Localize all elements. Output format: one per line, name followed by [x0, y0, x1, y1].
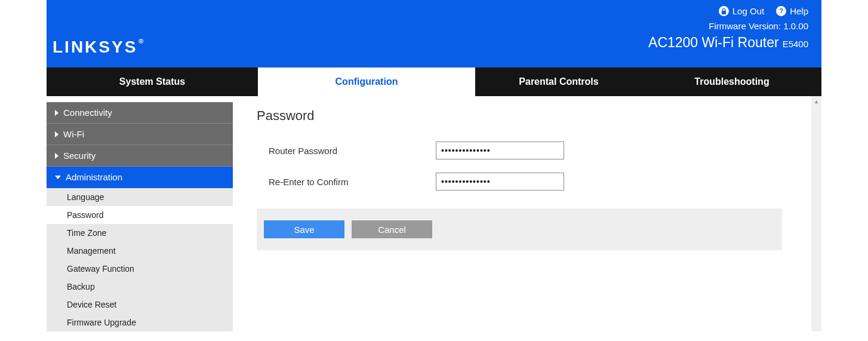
question-icon: ? — [776, 6, 786, 16]
sidebar-item-label: Administration — [66, 172, 122, 182]
sidebar-sub-management[interactable]: Management — [47, 242, 233, 260]
chevron-down-icon — [55, 176, 61, 179]
sidebar-sub-backup[interactable]: Backup — [47, 278, 233, 296]
row-router-password: Router Password — [257, 142, 792, 159]
chevron-right-icon — [55, 131, 59, 137]
sidebar-item-wifi[interactable]: Wi-Fi — [47, 124, 233, 145]
cancel-button[interactable]: Cancel — [352, 220, 432, 238]
sidebar-item-label: Wi-Fi — [63, 129, 84, 139]
save-button[interactable]: Save — [264, 220, 344, 238]
product-name: AC1200 Wi-Fi RouterE5400 — [47, 31, 821, 51]
header: Log Out ? Help Firmware Version: 1.0.00 … — [47, 0, 821, 67]
sidebar-sub-language[interactable]: Language — [47, 188, 233, 206]
sidebar-sub-device-reset[interactable]: Device Reset — [47, 296, 233, 314]
confirm-password-input[interactable] — [436, 173, 564, 191]
firmware-version: Firmware Version: 1.0.00 — [47, 16, 821, 31]
main-content: ▴ Password Router Password Re-Enter to C… — [233, 96, 821, 331]
sidebar-item-security[interactable]: Security — [47, 145, 233, 167]
row-confirm-password: Re-Enter to Confirm — [257, 173, 792, 191]
router-password-input[interactable] — [436, 142, 564, 159]
sidebar-sub-gateway[interactable]: Gateway Function — [47, 260, 233, 278]
sidebar-item-connectivity[interactable]: Connectivity — [47, 102, 233, 124]
sidebar-sub-firmware-upgrade[interactable]: Firmware Upgrade — [47, 314, 233, 331]
sidebar: Connectivity Wi-Fi Security Administrati… — [47, 96, 233, 331]
logout-link[interactable]: Log Out — [719, 6, 764, 16]
sidebar-sub-timezone[interactable]: Time Zone — [47, 224, 233, 242]
page-title: Password — [257, 108, 792, 124]
help-label: Help — [790, 6, 808, 16]
tab-troubleshooting[interactable]: Troubleshooting — [642, 67, 821, 96]
sidebar-sub-password[interactable]: Password — [47, 206, 233, 224]
scroll-up-icon[interactable]: ▴ — [811, 96, 821, 106]
chevron-right-icon — [55, 110, 59, 116]
scrollbar[interactable]: ▴ — [811, 96, 821, 331]
confirm-password-label: Re-Enter to Confirm — [269, 177, 436, 187]
tab-system-status[interactable]: System Status — [47, 67, 258, 96]
tab-parental-controls[interactable]: Parental Controls — [475, 67, 642, 96]
logout-label: Log Out — [732, 6, 764, 16]
button-bar: SaveCancel — [257, 208, 782, 250]
sidebar-item-administration[interactable]: Administration — [47, 167, 233, 188]
sidebar-item-label: Connectivity — [63, 107, 112, 118]
chevron-right-icon — [55, 153, 59, 159]
brand-logo: LINKSYS® — [53, 38, 143, 57]
tab-configuration[interactable]: Configuration — [258, 67, 475, 96]
main-tabs: System Status Configuration Parental Con… — [47, 67, 821, 96]
lock-icon — [719, 6, 729, 16]
router-password-label: Router Password — [269, 146, 436, 156]
sidebar-item-label: Security — [63, 150, 96, 161]
help-link[interactable]: ? Help — [776, 6, 808, 16]
